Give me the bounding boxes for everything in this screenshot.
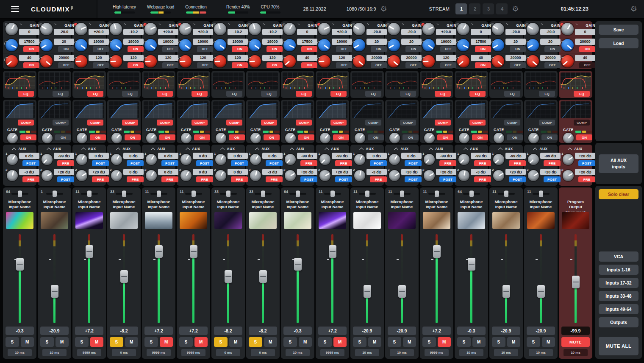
eq-toggle[interactable]: EQ (157, 91, 173, 97)
pan-handle[interactable] (435, 191, 439, 197)
gate-knob[interactable] (459, 133, 469, 143)
bank-button-vca[interactable]: VCA (599, 251, 638, 262)
hpf-knob[interactable] (249, 39, 261, 51)
fader-handle[interactable] (259, 270, 267, 283)
gain-knob[interactable] (283, 23, 296, 35)
aux1-knob[interactable] (76, 154, 87, 165)
aux2-knob[interactable] (111, 170, 122, 181)
comp-toggle[interactable]: COMP (192, 120, 208, 126)
aux2-mode-toggle[interactable]: PRE (474, 176, 491, 182)
pan-handle[interactable] (87, 191, 92, 197)
aux-header[interactable]: AUX (318, 146, 347, 151)
hpf-toggle[interactable]: ON (128, 46, 144, 52)
fader[interactable] (318, 232, 347, 325)
comp-toggle[interactable]: COMP (261, 120, 277, 126)
pan-handle[interactable] (157, 191, 161, 197)
pan-handle[interactable] (400, 191, 404, 197)
fader-track[interactable] (401, 234, 403, 323)
gain-knob[interactable] (492, 23, 504, 35)
fader[interactable] (526, 232, 555, 325)
lpf-toggle[interactable]: OFF (579, 62, 595, 68)
aux-header[interactable]: AUX (40, 146, 69, 151)
lpf-knob[interactable] (249, 55, 261, 67)
lpf-knob[interactable] (561, 55, 574, 67)
mute-button[interactable]: M (403, 337, 416, 347)
lpf-toggle[interactable]: OFF (371, 62, 387, 68)
fader-handle[interactable] (16, 258, 24, 271)
solo-button[interactable]: S (353, 337, 366, 347)
aux1-knob[interactable] (250, 154, 261, 165)
aux2-knob[interactable] (563, 170, 574, 181)
fader-handle[interactable] (51, 285, 58, 298)
hpf-knob[interactable] (457, 39, 469, 51)
gate-toggle[interactable]: ON (298, 134, 314, 140)
fader-track[interactable] (470, 234, 472, 323)
mute-button[interactable]: M (90, 337, 104, 347)
menu-icon[interactable] (11, 6, 19, 12)
aux-header[interactable]: AUX (110, 146, 139, 151)
aux1-mode-toggle[interactable]: POST (578, 160, 595, 166)
comp-toggle[interactable]: COMP (574, 120, 590, 126)
gate-toggle[interactable]: ON (55, 134, 71, 140)
eq-toggle[interactable]: EQ (192, 91, 208, 97)
lpf-knob[interactable] (40, 55, 53, 67)
hpf-toggle[interactable]: ON (475, 46, 491, 52)
pan-handle[interactable] (122, 191, 126, 197)
hpf-toggle[interactable]: ON (579, 46, 595, 52)
lpf-knob[interactable] (353, 55, 365, 67)
gate-toggle[interactable]: ON (20, 134, 36, 140)
gate-knob[interactable] (285, 133, 296, 143)
aux1-knob[interactable] (528, 154, 539, 165)
gate-toggle[interactable]: ON (402, 134, 419, 140)
solo-clear-button[interactable]: Solo clear (599, 189, 638, 199)
gate-toggle[interactable]: ON (576, 134, 592, 140)
fader[interactable] (40, 232, 69, 325)
mute-button[interactable]: M (194, 337, 208, 347)
mute-button[interactable]: M (472, 337, 486, 347)
pan-slider[interactable] (324, 193, 341, 195)
fader[interactable] (248, 232, 278, 325)
aux1-mode-toggle[interactable]: POST (22, 160, 39, 166)
mute-button[interactable]: M (438, 337, 451, 347)
solo-button[interactable]: S (283, 337, 297, 347)
gate-knob[interactable] (146, 133, 157, 143)
lpf-toggle[interactable]: ON (301, 62, 317, 68)
lpf-knob[interactable] (110, 55, 122, 67)
gain-knob[interactable] (527, 23, 539, 35)
eq-toggle[interactable]: EQ (18, 91, 34, 97)
aux1-knob[interactable] (319, 154, 330, 165)
aux-header[interactable]: AUX (283, 146, 312, 151)
gate-knob[interactable] (320, 133, 330, 143)
solo-button[interactable]: S (179, 337, 193, 347)
gain-knob[interactable] (179, 23, 192, 35)
gate-toggle[interactable]: ON (368, 134, 384, 140)
aux1-mode-toggle[interactable]: PRE (509, 160, 526, 166)
fader[interactable] (561, 232, 590, 325)
aux2-mode-toggle[interactable]: PRE (370, 176, 387, 182)
solo-button[interactable]: S (214, 337, 228, 347)
fader[interactable] (283, 232, 312, 325)
gate-knob[interactable] (111, 133, 122, 143)
comp-toggle[interactable]: COMP (400, 120, 416, 126)
gain-knob[interactable] (457, 23, 469, 35)
lpf-knob[interactable] (6, 55, 18, 67)
pan-handle[interactable] (504, 191, 508, 197)
lpf-toggle[interactable]: OFF (544, 62, 561, 68)
hpf-toggle[interactable]: OFF (336, 46, 352, 52)
aux1-mode-toggle[interactable]: PRE (439, 160, 456, 166)
app-settings-gear-icon[interactable]: ⚙ (630, 5, 637, 13)
mute-button[interactable]: M (299, 337, 312, 347)
eq-toggle[interactable]: EQ (53, 91, 69, 97)
gate-toggle[interactable]: ON (437, 134, 453, 140)
aux1-knob[interactable] (146, 154, 157, 165)
aux-header[interactable]: AUX (527, 146, 555, 151)
hpf-toggle[interactable]: ON (266, 46, 283, 52)
gain-knob[interactable] (318, 23, 330, 35)
lpf-knob[interactable] (318, 55, 330, 67)
lpf-toggle[interactable]: OFF (162, 62, 178, 68)
lpf-knob[interactable] (422, 55, 435, 67)
hpf-toggle[interactable]: ON (232, 46, 248, 52)
eq-toggle[interactable]: EQ (330, 91, 347, 97)
aux1-knob[interactable] (563, 154, 574, 165)
gate-toggle[interactable]: ON (333, 134, 349, 140)
